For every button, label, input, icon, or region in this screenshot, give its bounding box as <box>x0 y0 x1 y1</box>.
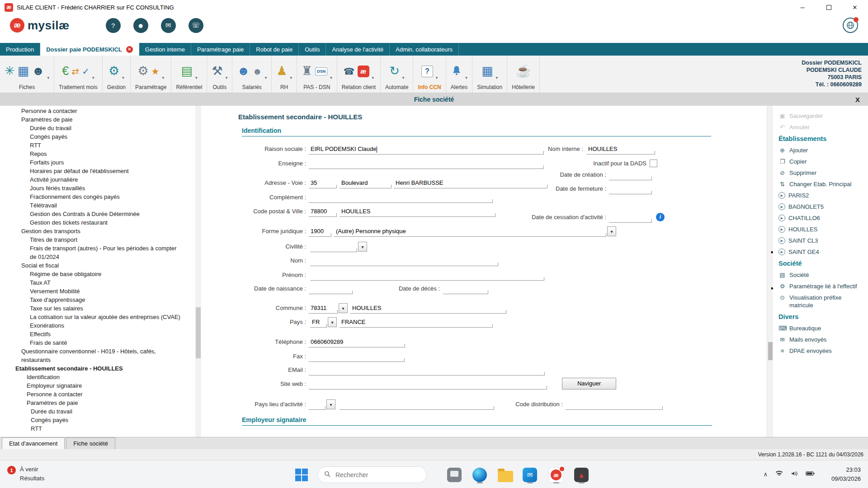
tree-item[interactable]: Versement Mobilité <box>0 287 195 296</box>
tree-item[interactable]: Repos <box>0 150 195 158</box>
tree-item[interactable]: Frais de transport (autres) - Pour les p… <box>0 244 195 261</box>
dropdown-caret-icon[interactable] <box>47 74 50 80</box>
date-naissance-field[interactable] <box>309 283 353 294</box>
tree-item[interactable]: Paramètres de paie <box>0 115 195 124</box>
start-button[interactable] <box>295 468 308 482</box>
etablissement-item[interactable]: CHATILLO6 <box>778 214 865 222</box>
acrobat-icon[interactable]: ▲ <box>572 466 590 484</box>
forme-juridique-code-field[interactable]: 1900 <box>309 226 331 237</box>
bureautique-link[interactable]: ⌨ Bureautique <box>778 324 865 332</box>
document-icon[interactable]: ▤ <box>181 65 193 77</box>
visualisation-prefixe-link[interactable]: ⊙ Visualisation préfixe matricule <box>778 294 865 309</box>
battery-icon[interactable] <box>806 471 815 478</box>
tree-item[interactable]: Personne à contacter <box>0 390 195 399</box>
tree-item[interactable]: Jours fériés travaillés <box>0 184 195 192</box>
etablissement-item[interactable]: HOUILLES <box>778 225 865 233</box>
naviguer-button[interactable]: Naviguer <box>562 378 616 389</box>
menu-tab-production[interactable]: Production <box>0 43 40 56</box>
pays-nom-field[interactable]: FRANCE <box>340 317 493 328</box>
file-explorer-icon[interactable] <box>496 466 514 484</box>
page-close-button[interactable]: X <box>855 96 860 103</box>
tree-item[interactable]: La cotisation sur la valeur ajoutée des … <box>0 313 195 321</box>
adresse-numero-field[interactable]: 35 <box>309 178 337 188</box>
pays-lieu-activite-field[interactable] <box>309 399 326 410</box>
tree-item[interactable]: Social et fiscal <box>0 261 195 270</box>
commune-code-field[interactable]: 78311 <box>309 303 338 314</box>
outlook-icon[interactable]: ✉ <box>521 466 539 484</box>
menu-tab-admin-collaborateurs[interactable]: Admin. collaborateurs <box>390 43 459 56</box>
tree-item[interactable]: Taxe sur les salaires <box>0 304 195 313</box>
edge-browser-icon[interactable] <box>471 466 489 484</box>
code-postal-field[interactable]: 78800 <box>309 206 337 217</box>
ribbon-label-info-ccn[interactable]: Info CCN <box>418 84 441 90</box>
fiches-table-icon[interactable]: ▦ <box>18 65 29 77</box>
gear-edit-icon[interactable]: ⚙ <box>108 65 119 77</box>
tree-item[interactable]: Taux AT <box>0 278 195 287</box>
coffee-icon[interactable]: ☕ <box>516 65 531 77</box>
dropdown-caret-icon[interactable] <box>436 74 438 80</box>
spreadsheet-screen-icon[interactable]: ▦ <box>481 65 493 77</box>
tree-item[interactable]: Employeur signataire <box>0 381 195 390</box>
fiches-person-icon[interactable]: ☻ <box>32 65 44 77</box>
menu-tab-robot-de-paie[interactable]: Robot de paie <box>250 43 299 56</box>
tree-scrollbar[interactable] <box>195 106 201 437</box>
ribbon-label-gestion[interactable]: Gestion <box>107 84 126 90</box>
nom-interne-field[interactable]: HOUILLES <box>586 144 655 155</box>
people-icon[interactable]: ☻ <box>237 65 250 77</box>
tree-item[interactable]: Titres de transport <box>0 235 195 244</box>
fax-field[interactable] <box>309 351 405 362</box>
commune-ville-field[interactable]: HOUILLES <box>350 303 506 314</box>
tree-item[interactable]: Fractionnement des congés payés <box>0 192 195 201</box>
question-box-icon[interactable]: ? <box>421 66 433 77</box>
civilite-dropdown[interactable] <box>358 242 367 252</box>
dropdown-caret-icon[interactable] <box>372 74 374 80</box>
star-icon[interactable]: ★ <box>151 67 160 76</box>
menu-tab-gestion-interne[interactable]: Gestion interne <box>139 43 191 56</box>
ribbon-label-relation-client[interactable]: Relation client <box>342 84 376 90</box>
bell-icon[interactable] <box>451 65 462 78</box>
capture-tool-icon[interactable] <box>445 466 463 484</box>
community-icon[interactable]: ☻ <box>133 18 148 33</box>
gears-icon[interactable]: ⚙ <box>137 65 148 77</box>
tree-item[interactable]: Durée du travail <box>0 407 195 416</box>
adresse-type-voie-field[interactable]: Boulevard <box>340 178 392 188</box>
menu-tab-outils[interactable]: Outils <box>299 43 326 56</box>
tree-item[interactable]: Congés payés <box>0 416 195 424</box>
swap-arrows-icon[interactable]: ⇄ <box>71 67 79 76</box>
dropdown-caret-icon[interactable] <box>290 74 292 80</box>
check-icon[interactable]: ✓ <box>82 67 90 76</box>
bank-icon[interactable]: ♜ <box>302 65 312 77</box>
dropdown-caret-icon[interactable] <box>122 74 124 80</box>
widgets-button[interactable]: 1 À venir Résultats <box>7 465 44 483</box>
parametrage-effectif-link[interactable]: ⚙ Paramétrage lié à l'effectif <box>778 282 865 290</box>
ribbon-label-parametrage[interactable]: Paramétrage <box>135 84 166 90</box>
tree-item[interactable]: Forfaits jours <box>0 158 195 167</box>
dsn-badge-icon[interactable]: DSN <box>315 67 327 75</box>
help-icon[interactable]: ? <box>106 18 121 33</box>
ribbon-label-fiches[interactable]: Fiches <box>19 84 35 90</box>
wifi-icon[interactable] <box>775 470 783 478</box>
prenom-field[interactable] <box>310 270 544 281</box>
tree-item[interactable]: Identification <box>0 373 195 381</box>
forme-juridique-libelle-field[interactable]: (Autre) Personne physique <box>334 226 606 237</box>
silae-app-icon[interactable]: æ <box>547 466 565 484</box>
minimize-button[interactable]: ─ <box>789 0 816 14</box>
tree-item[interactable]: Paramètres de paie <box>0 399 195 407</box>
messages-icon[interactable]: ✉ <box>161 18 176 33</box>
tree-item[interactable]: Exonérations <box>0 321 195 330</box>
ribbon-label-pas-dsn[interactable]: PAS - DSN <box>303 84 330 90</box>
commune-dropdown[interactable] <box>339 303 348 313</box>
complement-field[interactable] <box>309 192 493 203</box>
tree-item[interactable]: Gestion des transports <box>0 227 195 235</box>
mails-envoyes-link[interactable]: ✉ Mails envoyés <box>778 336 865 343</box>
inactif-dads-checkbox[interactable] <box>650 160 657 167</box>
status-globe-icon[interactable] <box>843 18 858 33</box>
date-creation-field[interactable] <box>609 169 652 180</box>
phone-icon[interactable]: ☎ <box>344 67 355 76</box>
dropdown-caret-icon[interactable] <box>265 74 267 80</box>
date-fermeture-field[interactable] <box>609 183 652 194</box>
dropdown-caret-icon[interactable] <box>496 74 498 80</box>
telephone-field[interactable]: 0660609289 <box>309 337 405 347</box>
etablissement-item[interactable]: SAINT CL3 <box>778 237 865 244</box>
search-input[interactable] <box>335 471 420 479</box>
